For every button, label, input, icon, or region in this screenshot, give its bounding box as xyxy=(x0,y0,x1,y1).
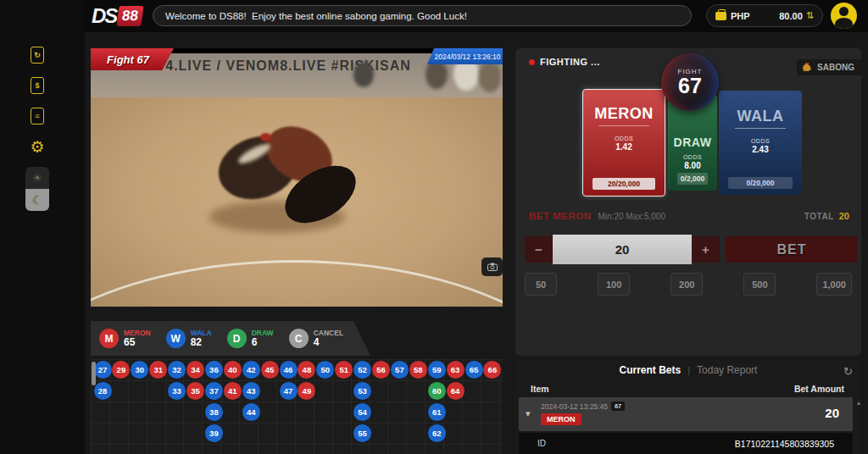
result-bead-52: 52 xyxy=(353,361,371,379)
wala-circle-icon: W xyxy=(166,329,186,348)
place-bet-button[interactable]: BET xyxy=(726,236,858,263)
moon-icon: ☾ xyxy=(32,193,43,207)
wallet-pill[interactable]: PHP 80.00 ⇅ xyxy=(706,4,823,27)
card-title: DRAW xyxy=(668,136,717,149)
provider-badge: SABONG xyxy=(797,59,861,75)
result-bead-33: 33 xyxy=(168,382,186,400)
odds-value: 2.43 xyxy=(719,145,802,154)
result-bead-49: 49 xyxy=(298,382,315,400)
bet-row[interactable]: ▾ 2024-03-12 13:25:45 67 MERON 20 xyxy=(519,397,853,431)
meron-circle-icon: M xyxy=(99,329,119,348)
decrease-bet-button[interactable]: − xyxy=(525,236,553,263)
quick-500-button[interactable]: 500 xyxy=(743,273,776,296)
draw-circle-icon: D xyxy=(227,329,247,348)
bets-refresh-icon[interactable]: ↻ xyxy=(843,365,853,378)
tab-current-bets[interactable]: Current Bets xyxy=(620,364,682,376)
stat-wala: W WALA82 xyxy=(166,329,212,348)
stat-meron: M MERON65 xyxy=(99,329,151,348)
odds-label: ODDS xyxy=(719,138,802,144)
result-bead-37: 37 xyxy=(205,382,223,400)
result-bead-47: 47 xyxy=(280,382,298,400)
topbar: DS 88 Welcome to DS88! Enjoy the best on… xyxy=(85,0,868,32)
chevron-down-icon: ▾ xyxy=(526,408,531,419)
result-bead-65: 65 xyxy=(465,361,483,379)
rooster-comb xyxy=(260,133,271,141)
bet-info-row: BET MERON Min:20 Max:5,000 TOTAL 20 xyxy=(529,211,849,221)
rooster-icon xyxy=(801,61,814,74)
result-bead-60: 60 xyxy=(428,382,446,400)
bets-scroll-up-icon[interactable]: ▴ xyxy=(857,399,860,407)
settings-icon[interactable]: ⚙ xyxy=(26,136,48,158)
wala-bet-card[interactable]: WALA ODDS 2.43 0/20,000 xyxy=(719,91,802,195)
live-dot-icon xyxy=(529,59,535,65)
results-history-grid: 2728293031323334353637383940414243444546… xyxy=(91,359,503,454)
stat-count: 4 xyxy=(314,337,343,348)
card-bet-totals: 20/20,000 xyxy=(593,178,655,190)
user-avatar[interactable] xyxy=(831,3,857,29)
balance-refresh-icon[interactable]: ⇅ xyxy=(806,10,814,21)
odds-label: ODDS xyxy=(583,136,665,141)
fight-number-badge: Fight 67 xyxy=(91,48,174,70)
result-bead-46: 46 xyxy=(280,361,298,379)
document-lines-icon: ≡ xyxy=(31,108,44,125)
odds-value: 1.42 xyxy=(583,142,665,152)
result-bead-50: 50 xyxy=(316,361,334,379)
snapshot-button[interactable] xyxy=(481,257,503,276)
game-rules-icon[interactable]: ≡ xyxy=(26,105,48,127)
logo-88-badge: 88 xyxy=(117,6,144,26)
quick-200-button[interactable]: 200 xyxy=(670,273,703,296)
quick-1000-button[interactable]: 1,000 xyxy=(816,273,852,296)
card-title: MERON xyxy=(583,105,665,123)
bet-side-label: BET MERON xyxy=(529,211,592,221)
camera-icon xyxy=(487,263,498,271)
total-label: TOTAL xyxy=(804,212,834,221)
welcome-marquee: Welcome to DS88! Enjoy the best online s… xyxy=(153,5,692,26)
result-bead-64: 64 xyxy=(447,382,465,400)
live-stream-video[interactable]: UCOP4.LIVE / VENOM8.LIVE #RISKISAN xyxy=(91,48,503,307)
grid-scrollbar[interactable] xyxy=(92,362,96,385)
stream-timestamp-badge: 2024/03/12 13:26:10 xyxy=(427,48,503,64)
result-bead-42: 42 xyxy=(242,361,260,379)
quick-amounts: 50 100 200 500 1,000 xyxy=(525,273,852,296)
spectator xyxy=(426,60,448,89)
increase-bet-button[interactable]: + xyxy=(692,236,720,263)
theme-toggle: ☀ ☾ xyxy=(25,167,49,211)
result-bead-43: 43 xyxy=(242,382,260,400)
result-bead-39: 39 xyxy=(205,424,223,442)
spectator xyxy=(353,62,374,87)
card-divider xyxy=(598,125,649,126)
stat-cancel: C CANCEL4 xyxy=(289,329,343,348)
balance-value: 80.00 xyxy=(779,11,803,21)
result-bead-62: 62 xyxy=(428,424,446,442)
stat-count: 6 xyxy=(252,337,274,348)
result-bead-61: 61 xyxy=(428,403,446,421)
document-money-icon: $ xyxy=(31,77,44,94)
meron-bet-card[interactable]: MERON ODDS 1.42 20/20,000 xyxy=(582,89,665,197)
result-bead-51: 51 xyxy=(335,361,353,379)
light-mode-button[interactable]: ☀ xyxy=(25,167,49,189)
bet-amount-input[interactable] xyxy=(553,235,692,264)
quick-50-button[interactable]: 50 xyxy=(525,273,557,296)
result-bead-45: 45 xyxy=(261,361,279,379)
stat-count: 65 xyxy=(124,337,151,348)
result-bead-34: 34 xyxy=(186,361,204,379)
result-bead-27: 27 xyxy=(94,361,112,379)
app-root: ↻ $ ≡ ⚙ ☀ ☾ DS 88 Welcome to DS88! Enjoy… xyxy=(0,0,868,454)
results-summary-bar: M MERON65 W WALA82 D DRAW6 C CANCEL4 xyxy=(91,321,370,356)
bets-table-header: Item Bet Amount xyxy=(531,384,844,394)
result-bead-53: 53 xyxy=(353,382,371,400)
result-bead-48: 48 xyxy=(298,361,315,379)
card-title: WALA xyxy=(719,108,802,125)
column-bet-amount: Bet Amount xyxy=(794,384,844,394)
stat-draw: D DRAW6 xyxy=(227,329,274,348)
gear-icon: ⚙ xyxy=(30,137,44,157)
result-bead-36: 36 xyxy=(205,361,223,379)
bet-id-row: ID B1710221145803839305 xyxy=(519,433,853,454)
dark-mode-button[interactable]: ☾ xyxy=(25,189,49,211)
transaction-report-icon[interactable]: $ xyxy=(26,75,48,97)
tab-today-report[interactable]: Today Report xyxy=(697,364,757,376)
quick-100-button[interactable]: 100 xyxy=(598,273,630,296)
document-refresh-icon: ↻ xyxy=(31,47,44,64)
bet-limits: Min:20 Max:5,000 xyxy=(598,212,666,221)
bet-history-icon[interactable]: ↻ xyxy=(26,44,48,66)
